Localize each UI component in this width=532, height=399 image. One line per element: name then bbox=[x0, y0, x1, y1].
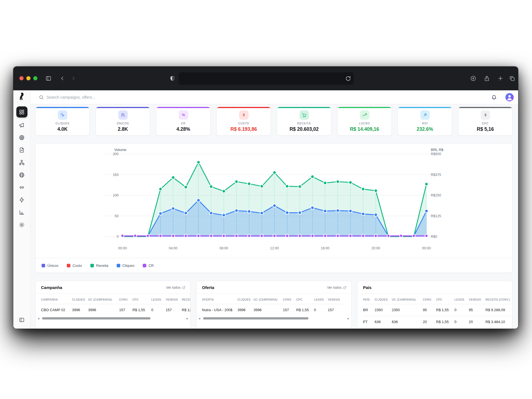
view-all-link[interactable]: Ver todos bbox=[166, 286, 185, 290]
legend-item-cliques[interactable]: Cliques bbox=[117, 264, 134, 268]
scroll-left-icon[interactable]: ◂ bbox=[199, 316, 200, 320]
legend-swatch bbox=[67, 264, 70, 267]
table-cell: 2350 bbox=[392, 304, 423, 316]
address-bar[interactable] bbox=[179, 72, 354, 85]
legend-swatch bbox=[90, 264, 94, 267]
sidebar-item-link-icon[interactable] bbox=[17, 182, 27, 192]
table-cell: 0 bbox=[454, 304, 469, 316]
address-input[interactable] bbox=[179, 72, 354, 85]
table-cell: 95 bbox=[469, 304, 485, 316]
scroll-left-icon[interactable]: ◂ bbox=[38, 316, 39, 320]
legend-label: Cliques bbox=[122, 264, 134, 268]
legend-label: CR bbox=[149, 264, 154, 268]
kpi-card-epc: $EPCR$ 5,16 bbox=[458, 107, 513, 136]
legend-item-custo[interactable]: Custo bbox=[67, 264, 82, 268]
svg-text:R$250: R$250 bbox=[431, 193, 441, 197]
traffic-chart[interactable]: 0R$050R$125100R$250150R$375200R$500Volum… bbox=[35, 144, 513, 273]
view-all-label: Ver todos bbox=[327, 286, 342, 290]
sidebar-item-bar-chart-icon[interactable] bbox=[17, 207, 27, 217]
kpi-label: CR bbox=[181, 122, 185, 125]
desktop-background: CLIQUES4.0KÚNICOS2.8K%CR4.28%$CUSTOR$ 6.… bbox=[0, 0, 532, 399]
browser-sidebar-toggle-icon[interactable] bbox=[45, 75, 52, 82]
column-header: LEADS bbox=[314, 294, 328, 304]
share-icon[interactable] bbox=[483, 75, 491, 82]
dog-logo bbox=[17, 92, 26, 101]
sidebar-item-megaphone-icon[interactable] bbox=[17, 120, 27, 130]
minimize-window-button[interactable] bbox=[26, 76, 30, 80]
horizontal-scrollbar[interactable]: ◂▸ bbox=[199, 316, 349, 320]
kpi-label: CUSTO bbox=[238, 122, 249, 125]
scrollbar-thumb[interactable] bbox=[42, 317, 150, 319]
kpi-value: 232.6% bbox=[417, 126, 433, 132]
zoom-window-button[interactable] bbox=[33, 76, 37, 80]
legend-item-cr[interactable]: CR bbox=[143, 264, 154, 268]
forward-icon[interactable] bbox=[70, 75, 77, 82]
user-avatar[interactable] bbox=[505, 93, 514, 101]
scroll-right-icon[interactable]: ▸ bbox=[186, 316, 188, 320]
kpi-accent-bar bbox=[96, 107, 150, 108]
panel-title: País bbox=[363, 285, 372, 290]
kpi-card-cr: %CR4.28% bbox=[156, 107, 211, 136]
back-icon[interactable] bbox=[58, 75, 66, 82]
sidebar-item-code-file-icon[interactable] bbox=[17, 145, 27, 155]
svg-text:$: $ bbox=[484, 113, 486, 117]
sidebar-item-sitemap-icon[interactable] bbox=[17, 157, 27, 167]
kpi-accent-bar bbox=[217, 107, 271, 108]
search-icon bbox=[39, 95, 44, 100]
notifications-bell-icon[interactable] bbox=[491, 94, 497, 100]
downloads-icon[interactable] bbox=[469, 75, 477, 82]
table-cell: 0 bbox=[454, 316, 469, 328]
kpi-label: LUCRO bbox=[359, 122, 370, 125]
column-header: CONV. bbox=[119, 294, 132, 304]
sidebar-item-dashboard-grid-icon[interactable] bbox=[16, 106, 27, 117]
legend-item-únicos[interactable]: Únicos bbox=[42, 264, 58, 268]
column-header: LEADS bbox=[454, 294, 469, 304]
table-cell: 20 bbox=[423, 316, 436, 328]
column-header: UC (CAMPANHA) bbox=[254, 294, 283, 304]
column-header: CPC bbox=[436, 294, 454, 304]
table-cell: R$ 1,55 bbox=[436, 304, 454, 316]
table-cell: 157 bbox=[328, 304, 344, 316]
sidebar-collapse-icon[interactable] bbox=[17, 315, 27, 325]
traffic-chart-panel[interactable]: 0R$050R$125100R$250150R$375200R$500Volum… bbox=[35, 143, 513, 273]
sidebar bbox=[13, 90, 30, 329]
table-cell: R$ 1,55 bbox=[132, 304, 151, 316]
tab-overview-icon[interactable] bbox=[508, 75, 516, 82]
search-input[interactable] bbox=[47, 95, 191, 99]
kpi-card-custo: $CUSTOR$ 6.193,86 bbox=[216, 107, 271, 136]
column-header: LEADS bbox=[151, 294, 166, 304]
table-cell: 3996 bbox=[72, 304, 88, 316]
reload-icon[interactable] bbox=[345, 75, 351, 82]
data-table: OFERTACLIQUESUC (CAMPANHA)CONV.CPCLEADSV… bbox=[202, 294, 344, 316]
column-header: CONV. bbox=[423, 294, 436, 304]
view-all-link[interactable]: Ver todos bbox=[327, 286, 346, 290]
sidebar-item-target-icon[interactable] bbox=[17, 132, 27, 142]
table-cell: R$ 9.288,09 bbox=[485, 304, 512, 316]
kpi-label: RECEITA bbox=[297, 122, 311, 125]
panel-title: Campanha bbox=[41, 285, 62, 290]
scrollbar-thumb[interactable] bbox=[203, 317, 308, 319]
table-cell: 2350 bbox=[375, 304, 392, 316]
shield-icon[interactable] bbox=[169, 75, 176, 82]
horizontal-scrollbar[interactable]: ◂▸ bbox=[38, 316, 188, 320]
close-window-button[interactable] bbox=[19, 76, 24, 80]
legend-item-receita[interactable]: Receita bbox=[90, 264, 108, 268]
svg-text:%: % bbox=[182, 113, 185, 117]
chart-legend: ÚnicosCustoReceitaCliquesCR bbox=[42, 261, 154, 270]
svg-text:04:00: 04:00 bbox=[169, 246, 177, 250]
sidebar-item-settings-icon[interactable] bbox=[17, 220, 27, 230]
trend-up-icon bbox=[360, 110, 369, 120]
column-header: CPC bbox=[132, 294, 151, 304]
column-header: CLIQUES bbox=[72, 294, 88, 304]
sidebar-item-lightning-icon[interactable] bbox=[17, 195, 27, 205]
kpi-card-receita: RECEITAR$ 20.603,02 bbox=[277, 107, 331, 136]
sidebar-item-globe-icon[interactable] bbox=[17, 170, 27, 180]
svg-text:R$375: R$375 bbox=[431, 173, 441, 177]
percent-icon: % bbox=[179, 110, 188, 120]
scroll-right-icon[interactable]: ▸ bbox=[347, 316, 349, 320]
svg-text:$: $ bbox=[243, 113, 245, 117]
kpi-value: 4.0K bbox=[57, 126, 68, 132]
column-header: CPC bbox=[296, 294, 314, 304]
kpi-accent-bar bbox=[156, 107, 210, 108]
new-tab-icon[interactable] bbox=[497, 75, 504, 82]
